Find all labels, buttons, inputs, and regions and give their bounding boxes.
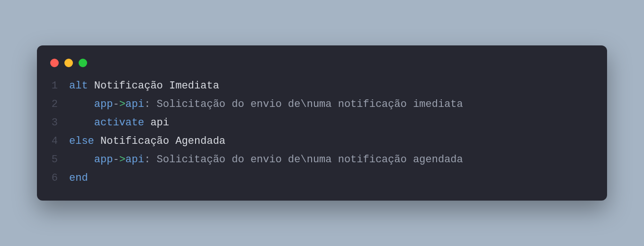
code-line[interactable]: 6end xyxy=(50,169,594,187)
code-token: Notificação Agendada xyxy=(94,135,225,147)
line-content: app->api: Solicitação do envio de\numa n… xyxy=(69,95,463,114)
code-line[interactable]: 5 app->api: Solicitação do envio de\numa… xyxy=(50,150,594,169)
window-titlebar xyxy=(37,57,607,77)
minimize-icon[interactable] xyxy=(64,59,73,67)
close-icon[interactable] xyxy=(50,59,59,67)
code-token: Solicitação do envio de\numa notificação… xyxy=(151,98,463,110)
code-token: end xyxy=(69,172,88,184)
code-token: else xyxy=(69,135,94,147)
line-content: else Notificação Agendada xyxy=(69,132,225,150)
code-token: : xyxy=(144,154,150,166)
maximize-icon[interactable] xyxy=(79,59,87,67)
code-window: 1alt Notificação Imediata2 app->api: Sol… xyxy=(37,45,607,201)
line-content: end xyxy=(69,169,88,187)
code-token: api xyxy=(125,98,144,110)
code-token: : xyxy=(144,98,150,110)
line-number: 1 xyxy=(50,77,69,95)
code-token: api xyxy=(125,154,144,166)
code-line[interactable]: 1alt Notificação Imediata xyxy=(50,77,594,95)
line-content: app->api: Solicitação do envio de\numa n… xyxy=(69,150,463,169)
line-number: 2 xyxy=(50,95,69,114)
line-content: activate api xyxy=(69,114,169,132)
code-token: - xyxy=(113,154,119,166)
code-line[interactable]: 4else Notificação Agendada xyxy=(50,132,594,150)
code-token: app xyxy=(94,154,113,166)
code-editor[interactable]: 1alt Notificação Imediata2 app->api: Sol… xyxy=(37,77,607,188)
code-token xyxy=(69,117,94,129)
code-token: api xyxy=(144,117,169,129)
code-line[interactable]: 3 activate api xyxy=(50,114,594,132)
line-number: 3 xyxy=(50,114,69,132)
code-token: Solicitação do envio de\numa notificação… xyxy=(151,154,463,166)
line-number: 6 xyxy=(50,169,69,187)
code-token: > xyxy=(119,98,125,110)
line-number: 4 xyxy=(50,132,69,150)
line-content: alt Notificação Imediata xyxy=(69,77,219,95)
code-token xyxy=(69,154,94,166)
line-number: 5 xyxy=(50,150,69,169)
code-token xyxy=(69,98,94,110)
code-token: - xyxy=(113,98,119,110)
code-token: alt xyxy=(69,80,88,92)
code-token: Notificação Imediata xyxy=(88,80,219,92)
code-line[interactable]: 2 app->api: Solicitação do envio de\numa… xyxy=(50,95,594,114)
code-token: activate xyxy=(94,117,144,129)
code-token: app xyxy=(94,98,113,110)
code-token: > xyxy=(119,154,125,166)
